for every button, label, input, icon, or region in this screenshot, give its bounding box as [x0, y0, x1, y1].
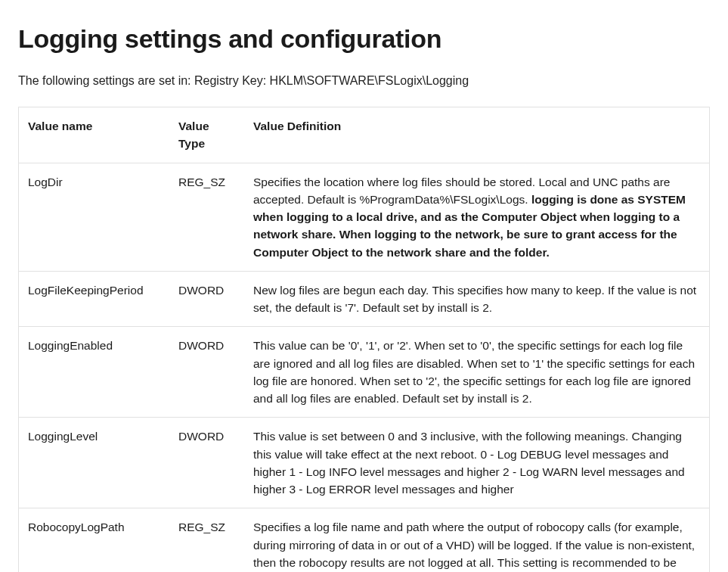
header-definition: Value Definition [244, 107, 710, 163]
definition-plain: This value is set between 0 and 3 inclus… [253, 430, 685, 496]
header-name: Value name [19, 107, 170, 163]
cell-name: LogFileKeepingPeriod [19, 271, 170, 327]
settings-table: Value name Value Type Value Definition L… [18, 107, 710, 572]
table-row: LogFileKeepingPeriod DWORD New log files… [19, 271, 710, 327]
table-row: RobocopyLogPath REG_SZ Specifies a log f… [19, 508, 710, 572]
definition-plain: New log files are begun each day. This s… [253, 284, 696, 314]
definition-plain: This value can be '0', '1', or '2'. When… [253, 339, 695, 405]
table-row: LoggingEnabled DWORD This value can be '… [19, 327, 710, 418]
cell-name: LoggingEnabled [19, 327, 170, 418]
cell-type: REG_SZ [169, 508, 244, 572]
table-row: LogDir REG_SZ Specifies the location whe… [19, 163, 710, 271]
cell-type: DWORD [169, 418, 244, 508]
page-intro: The following settings are set in: Regis… [18, 72, 710, 90]
header-type: Value Type [169, 107, 244, 163]
cell-definition: This value can be '0', '1', or '2'. When… [244, 327, 710, 418]
cell-name: RobocopyLogPath [19, 508, 170, 572]
table-header-row: Value name Value Type Value Definition [19, 107, 710, 163]
cell-name: LogDir [19, 163, 170, 271]
document-page: Logging settings and configuration The f… [0, 0, 728, 572]
cell-name: LoggingLevel [19, 418, 170, 508]
cell-definition: This value is set between 0 and 3 inclus… [244, 418, 710, 508]
cell-type: DWORD [169, 327, 244, 418]
table-row: LoggingLevel DWORD This value is set bet… [19, 418, 710, 508]
page-title: Logging settings and configuration [18, 20, 710, 58]
cell-type: DWORD [169, 271, 244, 327]
cell-definition: Specifies a log file name and path where… [244, 508, 710, 572]
definition-plain: Specifies a log file name and path where… [253, 521, 695, 572]
cell-type: REG_SZ [169, 163, 244, 271]
cell-definition: New log files are begun each day. This s… [244, 271, 710, 327]
cell-definition: Specifies the location where log files s… [244, 163, 710, 271]
